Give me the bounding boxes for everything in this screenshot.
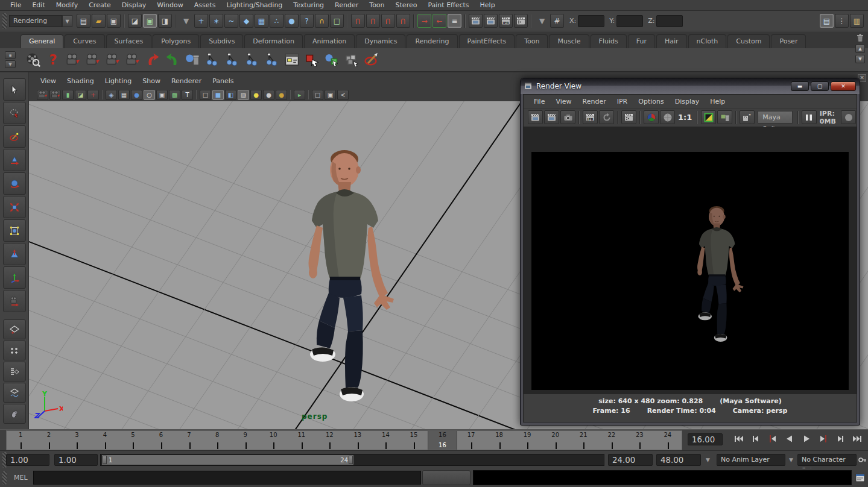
snap-curve-icon[interactable]: U: [366, 14, 380, 28]
delete-sphere-icon[interactable]: [183, 51, 201, 69]
highlight-mode-icon[interactable]: ○: [144, 90, 155, 100]
timeline-frame-12[interactable]: 12: [315, 431, 344, 450]
render-settings-icon[interactable]: [514, 14, 528, 28]
panel-camera-attrs-icon[interactable]: [49, 90, 61, 100]
soft-modification-tool[interactable]: [3, 243, 26, 265]
channel-box-toggle-icon[interactable]: ▥: [850, 14, 864, 28]
playback-start-field[interactable]: [54, 454, 98, 466]
ipr-render-icon[interactable]: IPR: [499, 14, 513, 28]
anim-layer-dropdown-icon[interactable]: ▼: [706, 457, 710, 463]
joint-chain-icon-2[interactable]: [223, 51, 241, 69]
anim-layer-selector[interactable]: No Anim Layer: [717, 454, 785, 466]
paint-scripts-icon[interactable]: [362, 51, 381, 69]
timeline-frame-13[interactable]: 13: [344, 431, 372, 450]
shelf-tab-ncloth[interactable]: nCloth: [688, 34, 727, 48]
render-current-frame-icon[interactable]: [544, 110, 559, 124]
redo-previous-render-icon[interactable]: [528, 110, 543, 124]
rendered-image[interactable]: [531, 152, 849, 390]
panel-menu-view[interactable]: View: [35, 76, 62, 86]
status-line-grip[interactable]: [2, 13, 7, 29]
timeline-frame-3[interactable]: 3: [63, 431, 91, 450]
animation-end-field[interactable]: [656, 454, 701, 466]
render-current-frame-icon[interactable]: [484, 14, 498, 28]
timeline-frame-8[interactable]: 8: [203, 431, 232, 450]
panel-menu-shading[interactable]: Shading: [62, 76, 100, 86]
set-key-icon[interactable]: [858, 455, 867, 465]
rv-menu-render[interactable]: Render: [577, 96, 612, 107]
shelf-tab-poser[interactable]: Poser: [771, 34, 806, 48]
menu-modify[interactable]: Modify: [51, 0, 83, 10]
timeline-frame-10[interactable]: 10: [259, 431, 288, 450]
status-collapse-icon[interactable]: ▼: [535, 14, 549, 28]
timeline-frame-11[interactable]: 11: [287, 431, 315, 450]
save-scene-icon[interactable]: ▣: [107, 14, 121, 28]
use-all-lights-icon[interactable]: ▨: [238, 90, 249, 100]
textured-display-icon[interactable]: ◧: [225, 90, 236, 100]
menu-display[interactable]: Display: [116, 0, 152, 10]
output-connections-icon[interactable]: ←: [432, 14, 446, 28]
play-backwards-button[interactable]: [782, 432, 797, 447]
menu-set-value[interactable]: Rendering: [9, 15, 62, 27]
redo-icon[interactable]: [163, 51, 182, 69]
attribute-editor-toggle-icon[interactable]: ▤: [820, 14, 834, 28]
select-by-name-icon[interactable]: #: [550, 14, 564, 28]
textured-mode-icon[interactable]: ▩: [169, 90, 180, 100]
timeline-frame-21[interactable]: 21: [569, 431, 598, 450]
hypergraph-icon[interactable]: [282, 51, 301, 69]
lasso-select-tool[interactable]: [3, 102, 26, 124]
rv-menu-help[interactable]: Help: [705, 96, 730, 107]
camera-zoom-icon[interactable]: [123, 51, 142, 69]
stop-ipr-icon[interactable]: [841, 110, 856, 124]
open-scene-icon[interactable]: ▰: [92, 14, 106, 28]
snap-point-icon[interactable]: U: [381, 14, 395, 28]
snap-grid-icon[interactable]: U: [351, 14, 365, 28]
wireframe-on-shaded-icon[interactable]: □: [312, 90, 323, 100]
select-hierarchy-icon[interactable]: ◪: [128, 14, 142, 28]
lock-selection-icon[interactable]: ∩: [315, 14, 329, 28]
shelf-tab-animation[interactable]: Animation: [304, 34, 355, 48]
isolate-select-icon[interactable]: ▸: [294, 90, 305, 100]
clear-image-icon[interactable]: [717, 110, 732, 124]
shelf-tab-custom[interactable]: Custom: [727, 34, 770, 48]
wireframe-mode-icon[interactable]: ◈: [106, 90, 117, 100]
timeline-frame-2[interactable]: 2: [35, 431, 63, 450]
panel-menu-panels[interactable]: Panels: [207, 76, 239, 86]
shelf-tab-muscle[interactable]: Muscle: [549, 34, 589, 48]
timeline-frame-14[interactable]: 14: [372, 431, 400, 450]
layout-custom-dragon[interactable]: [3, 404, 26, 424]
mask-curves-icon[interactable]: ~: [224, 14, 238, 28]
shelf-scroll-up-icon[interactable]: ▲: [855, 45, 865, 53]
rgb-channels-icon[interactable]: [644, 110, 659, 124]
help-line-icon[interactable]: ?: [43, 51, 62, 69]
menu-create[interactable]: Create: [83, 0, 116, 10]
shelf-tab-fur[interactable]: Fur: [628, 34, 655, 48]
mask-points-icon[interactable]: ∗: [209, 14, 223, 28]
range-slider[interactable]: 1 24: [100, 454, 604, 466]
timeline-frame-19[interactable]: 19: [513, 431, 542, 450]
render-options-icon[interactable]: ❝: [740, 110, 755, 124]
share-view-icon[interactable]: <: [337, 90, 349, 100]
y-coord-input[interactable]: [616, 15, 643, 27]
joint-chain-icon-3[interactable]: [242, 51, 261, 69]
mask-dynamics-icon[interactable]: ∴: [270, 14, 284, 28]
multi-pane-icon[interactable]: ▣: [325, 90, 336, 100]
rv-menu-display[interactable]: Display: [670, 96, 705, 107]
timeline-frame-7[interactable]: 7: [175, 431, 203, 450]
menu-set-dropdown-icon[interactable]: ▼: [62, 15, 72, 27]
menu-toon[interactable]: Toon: [364, 0, 390, 10]
shelf-tab-painteffects[interactable]: PaintEffects: [459, 34, 515, 48]
timeline-frame-23[interactable]: 23: [626, 431, 654, 450]
joint-chain-icon-4[interactable]: [262, 51, 281, 69]
layout-four-pane[interactable]: [3, 341, 26, 360]
render-region-icon[interactable]: [621, 110, 636, 124]
open-render-view-icon[interactable]: [469, 14, 483, 28]
shelf-scroll-down-icon[interactable]: ▼: [855, 55, 865, 63]
step-forward-frame-button[interactable]: [832, 432, 848, 447]
menu-file[interactable]: File: [5, 0, 27, 10]
panel-camera-icon[interactable]: [37, 90, 48, 100]
shelf-tab-fluids[interactable]: Fluids: [591, 34, 627, 48]
range-end-handle[interactable]: [349, 456, 353, 464]
show-manipulator-tool[interactable]: [3, 266, 26, 289]
alpha-channel-icon[interactable]: [660, 110, 675, 124]
menu-set-selector[interactable]: Rendering ▼: [9, 15, 72, 27]
